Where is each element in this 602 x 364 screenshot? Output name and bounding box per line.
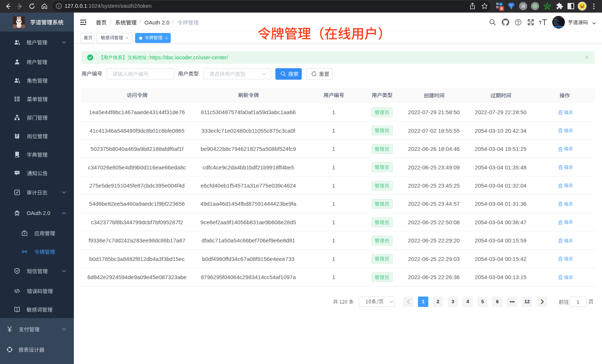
svg-text:9: 9 [501, 7, 503, 11]
svg-text:⌘: ⌘ [521, 3, 526, 9]
